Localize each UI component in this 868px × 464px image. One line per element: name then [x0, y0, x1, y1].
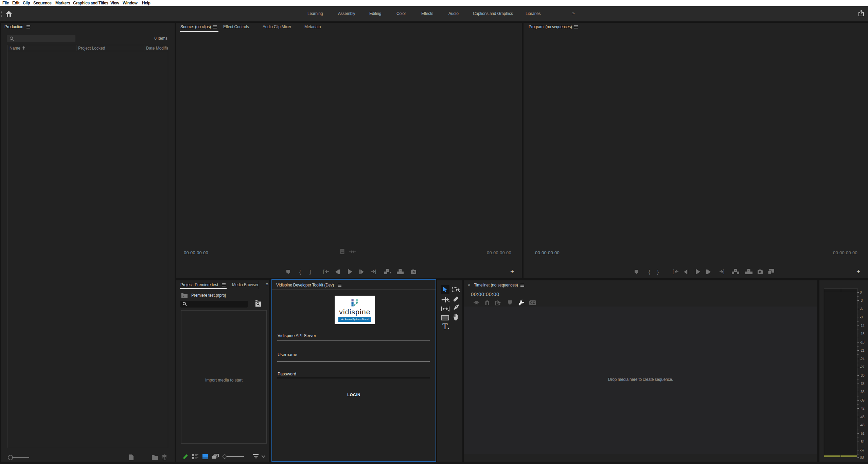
- svg-text:{: {: [323, 269, 324, 274]
- svg-text:}: }: [723, 269, 725, 274]
- svg-text:}: }: [375, 269, 376, 274]
- svg-text:{: {: [673, 269, 674, 274]
